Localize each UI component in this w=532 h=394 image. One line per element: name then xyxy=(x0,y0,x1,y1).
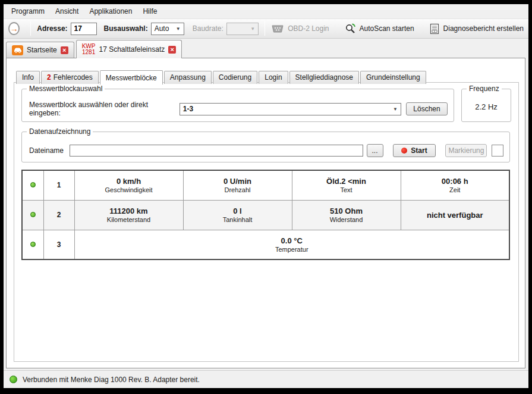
menu-ansicht[interactable]: Ansicht xyxy=(50,5,84,18)
busauswahl-label: Busauswahl: xyxy=(104,24,148,33)
cell-label: Temperatur xyxy=(75,246,509,253)
row-status-dot xyxy=(30,182,36,187)
table-cell: 0 km/h Geschwindigkeit xyxy=(74,170,183,200)
baudrate-select: ▼ xyxy=(226,23,259,35)
tab-fehlercodes[interactable]: 2Fehlercodes xyxy=(41,71,99,84)
tab-messwertbloecke[interactable]: Messwertblöcke xyxy=(100,70,163,85)
car-icon xyxy=(12,45,23,55)
start-recording-button[interactable]: Start xyxy=(393,144,436,157)
tab-stellglieddiagnose[interactable]: Stellglieddiagnose xyxy=(289,71,359,84)
messwertblock-value: 1-3 xyxy=(183,105,193,113)
status-cell xyxy=(22,230,43,259)
row-status-dot xyxy=(30,242,36,247)
dateiname-input[interactable] xyxy=(70,145,363,157)
controller-panel: Info 2Fehlercodes Messwertblöcke Anpassu… xyxy=(6,58,525,368)
protocol-badge: KWP 1281 xyxy=(82,43,96,55)
table-cell: 0.0 °C Temperatur xyxy=(74,230,509,259)
connect-arrow-icon[interactable]: → xyxy=(8,22,20,35)
busauswahl-value: Auto xyxy=(155,24,169,33)
record-icon xyxy=(401,148,407,154)
tab-codierung[interactable]: Codierung xyxy=(213,71,257,84)
magnifier-icon xyxy=(345,23,356,35)
adresse-label: Adresse: xyxy=(37,24,67,33)
cell-label: Drehzahl xyxy=(184,186,292,193)
status-text: Verbunden mit Menke Diag 1000 Rev. B. Ad… xyxy=(23,376,200,384)
menu-applikationen[interactable]: Applikationen xyxy=(84,5,137,18)
loeschen-button[interactable]: Löschen xyxy=(406,102,448,115)
status-bar: Verbunden mit Menke Diag 1000 Rev. B. Ad… xyxy=(4,370,528,388)
table-cell: 111200 km Kilometerstand xyxy=(74,200,183,230)
table-row: 3 0.0 °C Temperatur xyxy=(22,230,509,259)
obd2-login-button: OBD-2 Login xyxy=(271,24,329,33)
cell-value: nicht verfügbar xyxy=(401,211,509,220)
block-number: 1 xyxy=(43,170,74,200)
browse-button[interactable]: ... xyxy=(367,144,383,157)
cell-value: 0 U/min xyxy=(184,177,292,186)
adresse-input[interactable] xyxy=(71,23,97,35)
cell-value: 510 Ohm xyxy=(292,207,401,215)
menu-programm[interactable]: Programm xyxy=(6,5,50,18)
block-number: 3 xyxy=(43,230,74,259)
start-label: Start xyxy=(411,146,427,155)
tab-kwp-schalttafeleinsatz[interactable]: KWP 1281 17 Schalttafeleinsatz × xyxy=(76,40,182,58)
chevron-down-icon: ▼ xyxy=(393,107,398,112)
tab-kwp-label: 17 Schalttafeleinsatz xyxy=(99,45,165,54)
table-row: 1 0 km/h Geschwindigkeit 0 U/min Drehzah… xyxy=(22,170,509,200)
fehlercodes-count-badge: 2 xyxy=(47,73,51,82)
cell-value: 111200 km xyxy=(75,207,183,215)
measurement-table: 1 0 km/h Geschwindigkeit 0 U/min Drehzah… xyxy=(21,170,510,260)
tab-login[interactable]: Login xyxy=(259,71,288,84)
close-icon[interactable]: × xyxy=(168,46,176,54)
tab-anpassung[interactable]: Anpassung xyxy=(164,71,212,84)
group-title: Messwertblockauswahl xyxy=(27,85,105,93)
marker-indicator-box xyxy=(492,145,503,157)
table-cell: 0 U/min Drehzahl xyxy=(183,170,292,200)
messwertblock-label: Messwertblock auswählen oder direkt eing… xyxy=(29,101,175,117)
status-cell xyxy=(22,200,43,230)
toolbar: → Adresse: Busauswahl: Auto ▼ Baudrate: … xyxy=(4,18,528,39)
status-cell xyxy=(22,170,43,200)
baudrate-label: Baudrate: xyxy=(193,24,223,33)
table-cell: 00:06 h Zeit xyxy=(401,170,509,200)
diagnosebericht-button[interactable]: Diagnosebericht erstellen xyxy=(430,23,524,35)
app-window: Programm Ansicht Applikationen Hilfe → A… xyxy=(4,4,528,388)
chevron-down-icon: ▼ xyxy=(250,26,255,32)
cell-value: Öld.2 <min xyxy=(292,177,401,186)
diagnosebericht-label: Diagnosebericht erstellen xyxy=(443,24,524,33)
chevron-down-icon: ▼ xyxy=(176,26,181,32)
markierung-button: Markierung xyxy=(445,144,487,157)
cell-value: 00:06 h xyxy=(401,177,509,186)
cell-value: 0 l xyxy=(184,207,292,215)
connection-status-icon xyxy=(10,376,17,383)
protocol-number: 1281 xyxy=(82,49,95,55)
dateiname-label: Dateiname xyxy=(29,146,64,155)
tab-grundeinstellung[interactable]: Grundeinstellung xyxy=(360,71,426,84)
tab-fehlercodes-label: Fehlercodes xyxy=(53,73,93,82)
tab-messwertbloecke-label: Messwertblöcke xyxy=(106,74,157,82)
autoscan-label: AutoScan starten xyxy=(360,24,414,33)
document-tabstrip: Startseite × KWP 1281 17 Schalttafeleins… xyxy=(4,39,528,58)
tab-stellglieddiagnose-label: Stellglieddiagnose xyxy=(295,73,353,82)
cell-label: Tankinhalt xyxy=(184,216,292,223)
toolbar-separator xyxy=(265,21,265,36)
tab-startseite[interactable]: Startseite × xyxy=(6,42,74,58)
row-status-dot xyxy=(30,212,36,217)
cell-label: Text xyxy=(292,186,401,193)
tab-login-label: Login xyxy=(265,73,282,82)
menu-hilfe[interactable]: Hilfe xyxy=(137,5,162,18)
report-document-icon xyxy=(430,23,440,35)
datenaufzeichnung-group: Datenaufzeichnung Dateiname ... Start Ma… xyxy=(21,132,510,162)
messwertblockauswahl-group: Messwertblockauswahl Messwertblock auswä… xyxy=(21,89,454,122)
tab-info[interactable]: Info xyxy=(16,71,40,84)
cell-label: Zeit xyxy=(401,186,509,193)
group-title: Datenaufzeichnung xyxy=(27,127,93,136)
cell-value: 0 km/h xyxy=(75,177,183,186)
tab-info-label: Info xyxy=(22,73,34,82)
busauswahl-select[interactable]: Auto ▼ xyxy=(151,23,184,35)
cell-label: Kilometerstand xyxy=(75,216,183,223)
close-icon[interactable]: × xyxy=(61,46,68,54)
messwertblock-select[interactable]: 1-3 ▼ xyxy=(180,103,401,115)
autoscan-button[interactable]: AutoScan starten xyxy=(345,23,414,35)
tab-startseite-label: Startseite xyxy=(27,46,57,54)
menu-bar: Programm Ansicht Applikationen Hilfe xyxy=(4,4,528,18)
